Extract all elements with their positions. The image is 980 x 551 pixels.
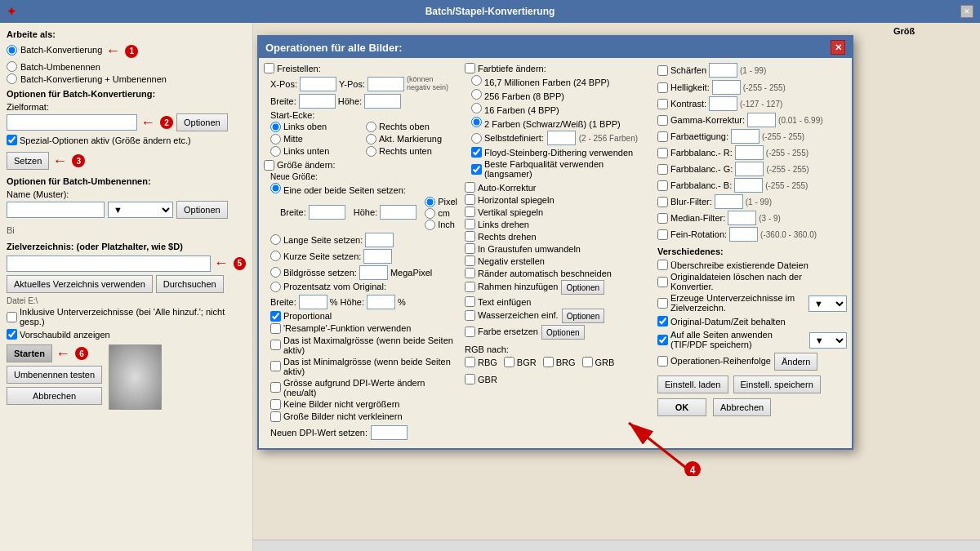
ueberschreiben-check[interactable]: Überschreibe existierende Dateien	[657, 260, 847, 270]
original-datum-check[interactable]: Original-Datum/Zeit behalten	[657, 316, 786, 327]
h-scrollbar[interactable]	[253, 540, 980, 551]
umbenennen-testen-button[interactable]: Umbenennen testen	[7, 366, 102, 384]
optionen-button[interactable]: Optionen	[176, 113, 228, 131]
dpi-input[interactable]: 96	[371, 425, 408, 440]
vert-spiegeln-check[interactable]: Vertikal spiegeln	[465, 207, 653, 217]
xpos-input[interactable]: 128	[300, 77, 336, 91]
rbg-check[interactable]: RBG	[465, 357, 497, 367]
text-check[interactable]: Text einfügen	[465, 296, 653, 307]
groesse-check[interactable]: Größe ändern:	[264, 160, 460, 171]
farbsaettigung-input[interactable]: 255	[731, 129, 760, 144]
farbsaettigung-check[interactable]	[657, 131, 668, 142]
blur-check[interactable]	[657, 197, 668, 207]
schaerfen-check[interactable]	[657, 65, 668, 76]
gamma-input[interactable]: 1.40	[747, 113, 776, 127]
originaldateien-check[interactable]: Originaldateien löschen nach der Konvert…	[657, 272, 847, 291]
breite2-input[interactable]: 300	[309, 205, 345, 220]
setzen-button[interactable]: Setzen	[7, 152, 49, 170]
raender-check[interactable]: Ränder automatisch beschneiden	[465, 268, 653, 278]
inklusive-check[interactable]: Inklusive Unterverzeichnisse (bei 'Alle …	[7, 307, 246, 327]
beste-farb-check[interactable]: Beste Farbqualität verwenden (langsamer)	[471, 159, 653, 179]
zielformat-input[interactable]: JPG - JPG/JPEG Format	[7, 114, 137, 131]
brg-check[interactable]: BRG	[543, 357, 576, 367]
vorschau-check[interactable]: Vorschaubild anzeigen	[7, 329, 246, 340]
close-button[interactable]: ✕	[960, 5, 973, 18]
akt-markierung-radio[interactable]: Akt. Markierung	[366, 134, 460, 144]
farben2-radio[interactable]: 2 Farben (Schwarz/Weiß) (1 BPP)	[471, 117, 653, 129]
rechts-unten-radio[interactable]: Rechts unten	[366, 146, 460, 157]
graustufen-check[interactable]: In Graustufen umwandeln	[465, 243, 653, 254]
pixel-radio[interactable]: Pixel	[425, 197, 457, 207]
helligkeit-input[interactable]	[712, 80, 741, 95]
spezial-check[interactable]: Spezial-Optionen aktiv (Größe ändern etc…	[7, 135, 191, 145]
hoehe2-input[interactable]: 400	[380, 205, 416, 220]
breite-input[interactable]: 512	[299, 94, 336, 109]
bgr-check[interactable]: BGR	[504, 357, 537, 367]
farbe-ersetzen-optionen-button[interactable]: Optionen	[541, 325, 585, 340]
lange-seite-input[interactable]	[365, 233, 394, 247]
erzeuge-select[interactable]: ▼	[808, 295, 847, 312]
blur-input[interactable]: 1	[715, 194, 743, 209]
farbtiefe-check[interactable]: Farbtiefe ändern:	[465, 63, 653, 73]
farben16-radio[interactable]: 16 Farben (4 BPP)	[471, 103, 653, 115]
prozentsatz-radio[interactable]: Prozentsatz vom Original:	[270, 282, 460, 292]
optionen2-button[interactable]: Optionen	[176, 201, 228, 219]
durchsuchen-button[interactable]: Durchsuchen	[156, 275, 224, 293]
kontrast-check[interactable]	[657, 99, 668, 109]
aendern-button[interactable]: Ändern	[774, 353, 817, 371]
links-oben-radio[interactable]: Links oben	[270, 122, 364, 132]
rahmen-check[interactable]: Rahmen hinzufügen	[465, 282, 558, 292]
hoehe-input[interactable]: 480	[364, 94, 401, 109]
rahmen-optionen-button[interactable]: Optionen	[561, 280, 604, 295]
abbrechen-left-button[interactable]: Abbrechen	[7, 387, 102, 405]
freistellen-check[interactable]: Freistellen:	[264, 63, 460, 73]
farbbalancg-check[interactable]	[657, 164, 668, 175]
wasserzeichen-check[interactable]: Wasserzeichen einf.	[465, 310, 559, 321]
aktuelles-vz-button[interactable]: Aktuelles Verzeichnis verwenden	[7, 275, 153, 293]
einstell-laden-button[interactable]: Einstell. laden	[657, 375, 728, 393]
ypos-input[interactable]: 0	[368, 77, 404, 91]
lange-seite-radio[interactable]: Lange Seite setzen:	[270, 233, 460, 247]
millionen-radio[interactable]: 16,7 Millionen Farben (24 BPP)	[471, 75, 653, 87]
schaerfen-input[interactable]: 1	[709, 63, 737, 78]
rechts-oben-radio[interactable]: Rechts oben	[366, 122, 460, 132]
cm-radio[interactable]: cm	[425, 208, 457, 219]
negativ-check[interactable]: Negativ erstellen	[465, 256, 653, 266]
max-groesse-check[interactable]: Das ist Maximalgrösse (wenn beide Seiten…	[270, 335, 460, 355]
keine-bilder-check[interactable]: Keine Bilder nicht vergrößern	[270, 399, 460, 410]
auf-allen-select[interactable]: ▼	[809, 332, 847, 349]
resample-check[interactable]: 'Resample'-Funktion verwenden	[270, 323, 460, 334]
operationen-reihe-check[interactable]: Operationen-Reihenfolge	[657, 356, 771, 367]
ok-button[interactable]: OK	[657, 398, 706, 416]
fein-check[interactable]	[657, 229, 668, 240]
farbe-ersetzen-check[interactable]: Farbe ersetzen	[465, 327, 538, 337]
starten-button[interactable]: Starten	[7, 344, 52, 362]
radio-batch-konv-umbenennen[interactable]: Batch-Konvertierung + Umbenennen	[7, 73, 246, 84]
grosse-bilder-check[interactable]: Große Bilder nicht verkleinern	[270, 411, 460, 422]
dialog-abbrechen-button[interactable]: Abbrechen	[713, 398, 771, 416]
links-unten-radio[interactable]: Links unten	[270, 146, 364, 157]
grb-check[interactable]: GRB	[582, 357, 615, 367]
median-check[interactable]	[657, 213, 668, 224]
name-dropdown[interactable]: ▼	[108, 202, 173, 218]
farbbalancr-check[interactable]	[657, 148, 668, 158]
farbbalancr-input[interactable]	[735, 145, 764, 160]
kurze-seite-radio[interactable]: Kurze Seite setzen:	[270, 249, 460, 264]
fein-input[interactable]	[729, 227, 758, 242]
floyd-check[interactable]: Floyd-Steinberg-Dithering verwenden	[471, 147, 653, 158]
erzeuge-check[interactable]: Erzeuge Unterverzeichnisse im Zielverzei…	[657, 293, 805, 313]
breite3-input[interactable]: 100.00	[299, 295, 327, 309]
einstell-speichern-button[interactable]: Einstell. speichern	[733, 375, 821, 393]
kurze-seite-input[interactable]	[363, 249, 392, 264]
radio-batch-umbenennen[interactable]: Batch-Umbenennen	[7, 61, 246, 72]
horiz-spiegeln-check[interactable]: Horizontal spiegeln	[465, 194, 653, 205]
selbst-radio[interactable]: Selbstdefiniert:	[471, 133, 544, 144]
farbbalancb-check[interactable]	[657, 180, 668, 191]
gamma-check[interactable]	[657, 115, 668, 126]
selbst-input[interactable]	[547, 131, 576, 145]
bildgroesse-input[interactable]	[359, 265, 388, 280]
median-input[interactable]: 3	[728, 211, 756, 225]
auto-korrektur-check[interactable]: Auto-Korrektur	[465, 182, 653, 193]
farbbalancb-input[interactable]	[734, 178, 763, 193]
links-drehen-check[interactable]: Links drehen	[465, 219, 653, 229]
